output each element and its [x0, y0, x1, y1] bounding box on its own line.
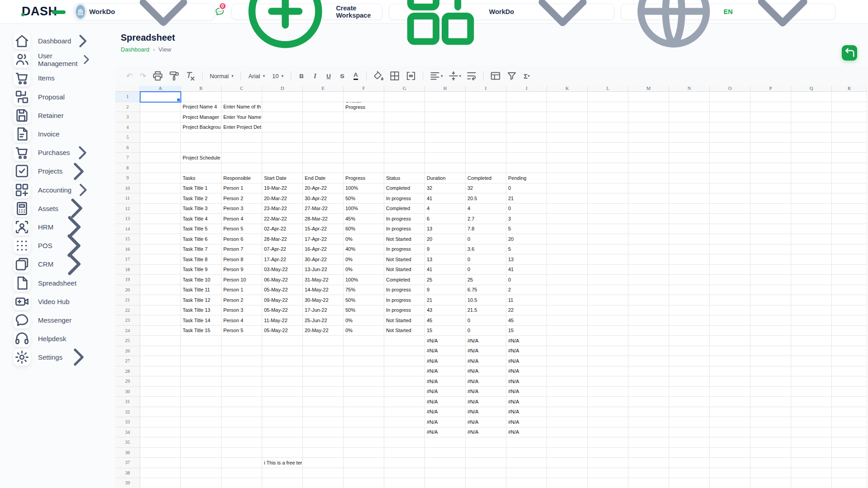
row-header[interactable]: 8 [115, 163, 140, 174]
grid-cell[interactable] [506, 132, 547, 143]
grid-cell[interactable]: 28-Mar-22 [262, 234, 303, 244]
row-header[interactable]: 27 [115, 356, 140, 366]
grid-cell[interactable] [832, 285, 867, 296]
grid-cell[interactable] [181, 132, 222, 143]
grid-cell[interactable] [506, 122, 547, 133]
grid-cell[interactable] [425, 143, 466, 153]
column-header[interactable]: I [466, 86, 506, 92]
grid-cell[interactable]: 07-Apr-22 [262, 244, 303, 255]
grid-cell[interactable]: 0 [506, 183, 547, 194]
grid-cell[interactable] [669, 305, 710, 316]
grid-cell[interactable]: 17-Jun-22 [303, 305, 344, 316]
grid-cell[interactable]: 21.5 [466, 305, 506, 316]
grid-cell[interactable] [710, 427, 750, 438]
row-header[interactable]: 15 [115, 234, 140, 244]
grid-cell[interactable]: 30-May-22 [303, 295, 344, 305]
grid-cell[interactable]: 0% [344, 234, 384, 244]
grid-cell[interactable] [832, 407, 867, 418]
paint-format-button[interactable] [167, 70, 181, 82]
grid-cell[interactable] [140, 387, 181, 397]
grid-cell[interactable] [588, 234, 628, 244]
grid-cell[interactable] [547, 417, 588, 427]
grid-cell[interactable] [140, 336, 181, 346]
grid-cell[interactable] [588, 224, 628, 235]
grid-cell[interactable]: Task Title 12 [181, 295, 222, 305]
grid-cell[interactable] [140, 295, 181, 305]
grid-cell[interactable] [181, 407, 222, 418]
row-header[interactable]: 11 [115, 193, 140, 204]
grid-cell[interactable]: Enter Project Det [222, 122, 262, 133]
grid-cell[interactable] [791, 427, 832, 438]
grid-cell[interactable] [222, 366, 262, 377]
row-header[interactable]: 32 [115, 407, 140, 418]
grid-cell[interactable]: 13 [425, 254, 466, 265]
grid-cell[interactable]: Task Title 4 [181, 214, 222, 224]
grid-cell[interactable] [384, 397, 425, 407]
underline-button[interactable]: U [323, 70, 335, 82]
grid-cell[interactable] [262, 336, 303, 346]
grid-cell[interactable] [710, 265, 750, 275]
grid-cell[interactable] [344, 397, 384, 407]
row-header[interactable]: 34 [115, 427, 140, 438]
row-header[interactable]: 3 [115, 112, 140, 122]
sidebar-item-proposal[interactable]: Proposal [0, 88, 115, 106]
grid-cell[interactable] [506, 163, 547, 174]
grid-cell[interactable] [466, 478, 506, 488]
grid-cell[interactable] [669, 376, 710, 387]
grid-cell[interactable] [750, 153, 791, 163]
grid-cell[interactable] [791, 478, 832, 488]
grid-cell[interactable] [628, 417, 669, 427]
grid-cell[interactable] [832, 326, 867, 336]
grid-cell[interactable] [588, 204, 628, 214]
grid-cell[interactable] [791, 458, 832, 468]
grid-cell[interactable]: Task Title 1 [181, 183, 222, 194]
grid-cell[interactable]: Responsible [222, 173, 262, 183]
grid-cell[interactable]: 43 [425, 305, 466, 316]
grid-cell[interactable] [547, 122, 588, 133]
grid-cell[interactable] [791, 275, 832, 285]
row-header[interactable]: 13 [115, 214, 140, 224]
grid-cell[interactable] [832, 265, 867, 275]
grid-cell[interactable] [832, 214, 867, 224]
grid-cell[interactable] [303, 102, 344, 113]
grid-cell[interactable] [344, 143, 384, 153]
sidebar-item-dashboard[interactable]: Dashboard [0, 32, 115, 50]
grid-cell[interactable] [628, 163, 669, 174]
grid-cell[interactable]: #N/A [506, 407, 547, 418]
grid-cell[interactable] [303, 132, 344, 143]
grid-cell[interactable]: 20-Mar-22 [262, 193, 303, 204]
grid-cell[interactable] [547, 397, 588, 407]
grid-cell[interactable]: 15 [425, 326, 466, 336]
grid-cell[interactable] [344, 478, 384, 488]
grid-cell[interactable] [425, 437, 466, 448]
grid-cell[interactable] [140, 458, 181, 468]
grid-cell[interactable] [425, 92, 466, 102]
grid-cell[interactable]: 11 [506, 295, 547, 305]
grid-cell[interactable]: 9 [425, 285, 466, 296]
grid-cell[interactable] [669, 285, 710, 296]
grid-cell[interactable] [384, 437, 425, 448]
grid-cell[interactable]: #N/A [425, 397, 466, 407]
grid-cell[interactable] [628, 305, 669, 316]
row-header[interactable]: 6 [115, 143, 140, 153]
grid-cell[interactable]: 22-Mar-22 [262, 214, 303, 224]
grid-cell[interactable]: 2 [506, 285, 547, 296]
grid-cell[interactable] [832, 92, 867, 102]
grid-cell[interactable] [832, 356, 867, 366]
grid-cell[interactable]: Task Title 13 [181, 305, 222, 316]
grid-cell[interactable] [750, 265, 791, 275]
grid-cell[interactable] [710, 295, 750, 305]
grid-cell[interactable] [262, 102, 303, 113]
grid-cell[interactable] [140, 376, 181, 387]
grid-cell[interactable] [791, 326, 832, 336]
grid-cell[interactable] [384, 468, 425, 479]
grid-cell[interactable] [588, 132, 628, 143]
grid-cell[interactable] [588, 163, 628, 174]
grid-cell[interactable] [222, 397, 262, 407]
grid-cell[interactable]: 7.8 [466, 224, 506, 235]
grid-cell[interactable] [384, 478, 425, 488]
grid-cell[interactable] [181, 356, 222, 366]
grid-cell[interactable] [710, 387, 750, 397]
grid-cell[interactable] [791, 102, 832, 113]
grid-cell[interactable] [710, 143, 750, 153]
